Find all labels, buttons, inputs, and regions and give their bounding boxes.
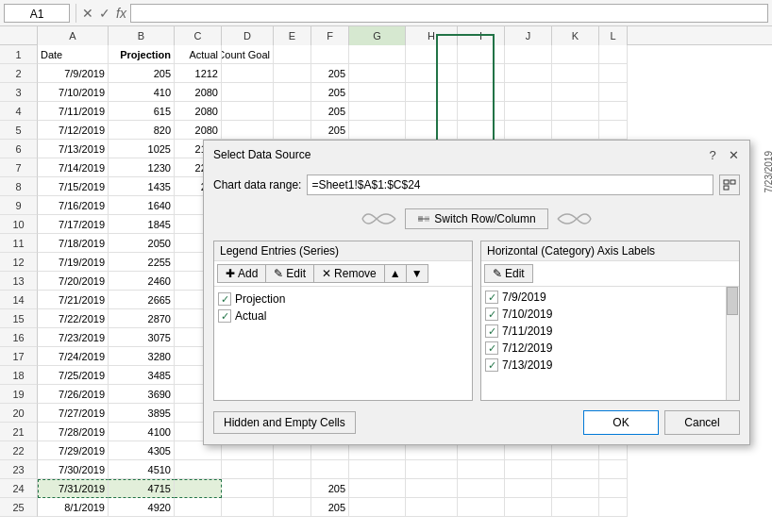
axis-entry[interactable]: ✓ 7/10/2019 [483,306,737,323]
ok-button[interactable]: OK [583,410,659,435]
row-header-25[interactable]: 25 [0,498,38,517]
legend-edit-button[interactable]: ✎ Edit [266,264,314,283]
cell-e5[interactable] [274,121,311,140]
row-header-16[interactable]: 16 [0,328,38,347]
cell-c23[interactable] [175,460,222,479]
cell-a24[interactable]: 7/31/2019 [38,479,109,498]
cell-b14[interactable]: 2665 [109,291,175,309]
cell-b8[interactable]: 1435 [109,177,175,196]
legend-move-down-button[interactable]: ▼ [407,264,428,283]
cell-h3[interactable] [406,83,458,102]
cell-d2[interactable] [222,64,274,83]
range-picker-button[interactable] [719,175,740,195]
cell-h4[interactable] [406,102,458,121]
cell-f2[interactable]: 205 [311,64,349,83]
cell-i1[interactable] [458,45,505,64]
cell-d23[interactable] [222,460,274,479]
row-header-5[interactable]: 5 [0,121,38,140]
cell-f4[interactable]: 205 [311,102,349,121]
cell-e3[interactable] [274,83,311,102]
row-header-22[interactable]: 22 [0,441,38,460]
cell-c2[interactable]: 1212 [175,64,222,83]
cell-h5[interactable] [406,121,458,140]
cell-a10[interactable]: 7/17/2019 [38,215,109,234]
axis-checkbox[interactable]: ✓ [485,324,498,338]
cell-b20[interactable]: 3895 [109,404,175,423]
legend-remove-button[interactable]: ✕ Remove [314,264,385,283]
cell-h23[interactable] [406,460,458,479]
legend-add-button[interactable]: ✚ Add [217,264,266,283]
legend-checkbox[interactable]: ✓ [218,292,231,306]
col-header-l[interactable]: L [599,26,628,45]
cell-b19[interactable]: 3690 [109,385,175,404]
cell-b10[interactable]: 1845 [109,215,175,234]
cell-a3[interactable]: 7/10/2019 [38,83,109,102]
cell-e24[interactable] [274,479,311,498]
cell-d4[interactable] [222,102,274,121]
cell-i2[interactable] [458,64,505,83]
row-header-4[interactable]: 4 [0,102,38,121]
cell-h25[interactable] [406,498,458,517]
legend-checkbox[interactable]: ✓ [218,309,231,323]
cell-b4[interactable]: 615 [109,102,175,121]
cell-l23[interactable] [599,460,628,479]
cell-l24[interactable] [599,479,628,498]
cell-b1[interactable]: Projection [109,45,175,64]
cell-g1[interactable] [349,45,406,64]
col-header-b[interactable]: B [109,26,175,45]
row-header-8[interactable]: 8 [0,177,38,196]
legend-entry[interactable]: ✓ Projection [218,291,468,308]
cell-f3[interactable]: 205 [311,83,349,102]
cell-b13[interactable]: 2460 [109,272,175,291]
legend-entry[interactable]: ✓ Actual [218,308,468,324]
cell-l3[interactable] [599,83,628,102]
row-header-17[interactable]: 17 [0,347,38,366]
axis-checkbox[interactable]: ✓ [485,308,498,321]
cell-f1[interactable] [311,45,349,64]
legend-move-up-button[interactable]: ▲ [385,264,407,283]
row-header-23[interactable]: 23 [0,460,38,479]
cell-j23[interactable] [505,460,552,479]
row-header-20[interactable]: 20 [0,404,38,423]
select-data-source-dialog[interactable]: Select Data Source ? ✕ Chart data range: [203,140,750,445]
cell-k3[interactable] [552,83,599,102]
cell-a2[interactable]: 7/9/2019 [38,64,109,83]
cell-k23[interactable] [552,460,599,479]
cell-j2[interactable] [505,64,552,83]
cell-a13[interactable]: 7/20/2019 [38,272,109,291]
cell-c5[interactable]: 2080 [175,121,222,140]
cell-a6[interactable]: 7/13/2019 [38,140,109,158]
row-header-15[interactable]: 15 [0,309,38,328]
row-header-21[interactable]: 21 [0,423,38,441]
row-header-13[interactable]: 13 [0,272,38,291]
cell-j1[interactable] [505,45,552,64]
cell-b7[interactable]: 1230 [109,158,175,177]
cell-h2[interactable] [406,64,458,83]
cell-b5[interactable]: 820 [109,121,175,140]
cell-g2[interactable] [349,64,406,83]
cell-f24[interactable]: 205 [311,479,349,498]
cell-a25[interactable]: 8/1/2019 [38,498,109,517]
cell-i4[interactable] [458,102,505,121]
cell-l25[interactable] [599,498,628,517]
cell-a21[interactable]: 7/28/2019 [38,423,109,441]
cell-a5[interactable]: 7/12/2019 [38,121,109,140]
cell-a16[interactable]: 7/23/2019 [38,328,109,347]
row-header-6[interactable]: 6 [0,140,38,158]
cell-k5[interactable] [552,121,599,140]
cell-l1[interactable] [599,45,628,64]
row-header-12[interactable]: 12 [0,253,38,272]
cell-b12[interactable]: 2255 [109,253,175,272]
col-header-d[interactable]: D [222,26,274,45]
cell-b15[interactable]: 2870 [109,309,175,328]
confirm-formula-icon[interactable]: ✓ [99,6,110,21]
cell-g24[interactable] [349,479,406,498]
row-header-3[interactable]: 3 [0,83,38,102]
row-header-2[interactable]: 2 [0,64,38,83]
cell-reference-box[interactable]: A1 [4,4,70,23]
dialog-close-button[interactable]: ✕ [725,146,742,163]
row-header-14[interactable]: 14 [0,291,38,309]
cell-a23[interactable]: 7/30/2019 [38,460,109,479]
cell-a18[interactable]: 7/25/2019 [38,366,109,385]
cell-b9[interactable]: 1640 [109,196,175,215]
